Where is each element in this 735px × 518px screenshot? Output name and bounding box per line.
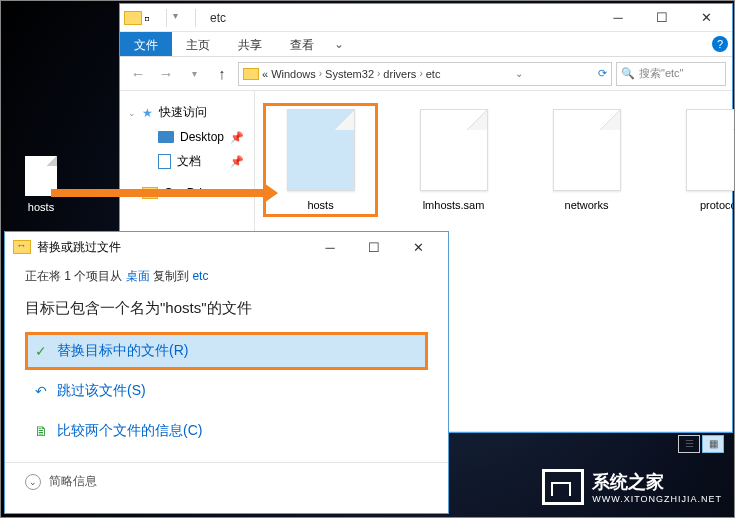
breadcrumb-overflow[interactable]: «: [262, 68, 268, 80]
search-placeholder: 搜索"etc": [639, 66, 683, 81]
copy-icon: [13, 240, 31, 254]
file-label: networks: [531, 199, 642, 211]
search-icon: 🔍: [621, 67, 635, 80]
properties-icon[interactable]: ▫: [144, 10, 160, 26]
dialog-titlebar[interactable]: 替换或跳过文件 ─ ☐ ✕: [5, 232, 448, 262]
ribbon-tabs: 文件 主页 共享 查看 ⌄ ?: [120, 32, 732, 57]
nav-documents[interactable]: 文档 📌: [124, 150, 250, 173]
chevron-right-icon[interactable]: ›: [319, 68, 322, 79]
breadcrumb[interactable]: Windows: [271, 68, 316, 80]
file-item-protocol[interactable]: protocol: [662, 103, 735, 217]
option-label: 替换目标中的文件(R): [57, 342, 188, 360]
option-replace[interactable]: ✓ 替换目标中的文件(R): [25, 332, 428, 370]
tab-file[interactable]: 文件: [120, 32, 172, 56]
ribbon-collapse-icon[interactable]: ⌄: [328, 32, 350, 56]
up-button[interactable]: ↑: [210, 62, 234, 86]
watermark: 系统之家 WWW.XITONGZHIJIA.NET: [542, 469, 722, 505]
desktop-file-label: hosts: [16, 201, 66, 213]
replace-skip-dialog: 替换或跳过文件 ─ ☐ ✕ 正在将 1 个项目从 桌面 复制到 etc 目标已包…: [4, 231, 449, 514]
separator: [166, 9, 167, 27]
expand-icon[interactable]: ⌄: [128, 108, 136, 118]
titlebar[interactable]: ▫ ▾ etc ─ ☐ ✕: [120, 4, 732, 32]
close-button[interactable]: ✕: [396, 234, 440, 260]
dialog-progress-line: 正在将 1 个项目从 桌面 复制到 etc: [25, 268, 428, 285]
annotation-arrow: [51, 189, 266, 197]
minimize-button[interactable]: ─: [308, 234, 352, 260]
watermark-brand: 系统之家: [592, 472, 664, 492]
refresh-icon[interactable]: ⟳: [598, 67, 607, 80]
maximize-button[interactable]: ☐: [352, 234, 396, 260]
pin-icon: 📌: [230, 131, 244, 144]
help-button[interactable]: ?: [708, 32, 732, 56]
tab-share[interactable]: 共享: [224, 32, 276, 56]
dialog-title: 替换或跳过文件: [37, 239, 121, 256]
qat-dropdown-icon[interactable]: ▾: [173, 10, 189, 26]
file-icon: [420, 109, 488, 191]
file-label: protocol: [664, 199, 735, 211]
minimize-button[interactable]: ─: [596, 5, 640, 31]
document-icon: [158, 154, 171, 169]
nav-quick-access[interactable]: ⌄ ★ 快速访问: [124, 101, 250, 124]
footer-label[interactable]: 简略信息: [49, 473, 97, 490]
quick-access-toolbar: ▫ ▾: [124, 9, 200, 27]
address-bar[interactable]: « Windows › System32 › drivers › etc ⌄ ⟳: [238, 62, 612, 86]
close-button[interactable]: ✕: [684, 5, 728, 31]
view-details-button[interactable]: ☰: [678, 435, 700, 453]
separator: [195, 9, 196, 27]
file-label: hosts: [266, 199, 375, 211]
view-icons-button[interactable]: ▦: [702, 435, 724, 453]
compare-icon: 🗎: [33, 423, 49, 439]
back-button[interactable]: ←: [126, 62, 150, 86]
option-label: 比较两个文件的信息(C): [57, 422, 202, 440]
folder-icon: [243, 68, 259, 80]
option-skip[interactable]: ↶ 跳过该文件(S): [25, 372, 428, 410]
chevron-right-icon[interactable]: ›: [377, 68, 380, 79]
source-link[interactable]: 桌面: [126, 269, 150, 283]
help-icon: ?: [712, 36, 728, 52]
breadcrumb[interactable]: drivers: [383, 68, 416, 80]
folder-icon: [124, 11, 142, 25]
nav-label: Desktop: [180, 130, 224, 144]
chevron-right-icon[interactable]: ›: [419, 68, 422, 79]
file-icon: [686, 109, 735, 191]
breadcrumb[interactable]: etc: [426, 68, 441, 80]
tab-home[interactable]: 主页: [172, 32, 224, 56]
nav-label: 快速访问: [159, 104, 207, 121]
dialog-body: 正在将 1 个项目从 桌面 复制到 etc 目标已包含一个名为"hosts"的文…: [5, 262, 448, 462]
file-item-networks[interactable]: networks: [529, 103, 644, 217]
file-item-lmhosts[interactable]: lmhosts.sam: [396, 103, 511, 217]
destination-link[interactable]: etc: [192, 269, 208, 283]
breadcrumb[interactable]: System32: [325, 68, 374, 80]
option-compare[interactable]: 🗎 比较两个文件的信息(C): [25, 412, 428, 450]
pin-icon: 📌: [230, 155, 244, 168]
desktop-file-hosts[interactable]: hosts: [16, 156, 66, 213]
option-label: 跳过该文件(S): [57, 382, 146, 400]
nav-label: 文档: [177, 153, 201, 170]
nav-desktop[interactable]: Desktop 📌: [124, 127, 250, 147]
file-label: lmhosts.sam: [398, 199, 509, 211]
address-bar-row: ← → ▾ ↑ « Windows › System32 › drivers ›…: [120, 57, 732, 91]
file-icon: [287, 109, 355, 191]
watermark-url: WWW.XITONGZHIJIA.NET: [592, 494, 722, 504]
search-input[interactable]: 🔍 搜索"etc": [616, 62, 726, 86]
address-dropdown-icon[interactable]: ⌄: [515, 68, 523, 79]
chevron-down-icon[interactable]: ⌄: [25, 474, 41, 490]
watermark-logo-icon: [542, 469, 584, 505]
maximize-button[interactable]: ☐: [640, 5, 684, 31]
file-icon: [553, 109, 621, 191]
window-title: etc: [210, 11, 226, 25]
forward-button: →: [154, 62, 178, 86]
skip-icon: ↶: [33, 383, 49, 399]
check-icon: ✓: [33, 343, 49, 359]
recent-dropdown[interactable]: ▾: [182, 62, 206, 86]
star-icon: ★: [142, 106, 153, 120]
file-item-hosts[interactable]: hosts: [263, 103, 378, 217]
dialog-heading: 目标已包含一个名为"hosts"的文件: [25, 299, 428, 318]
tab-view[interactable]: 查看: [276, 32, 328, 56]
dialog-footer: ⌄ 简略信息: [5, 462, 448, 500]
desktop-icon: [158, 131, 174, 143]
